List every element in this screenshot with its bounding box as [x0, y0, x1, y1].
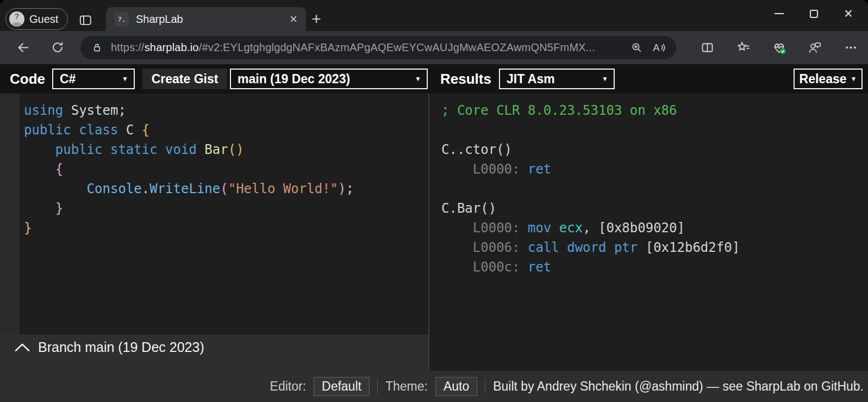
credits-suffix: . [860, 379, 864, 393]
theme-setting-button[interactable]: Auto [435, 377, 477, 396]
code-line: Console.WriteLine("Hello World!"); [24, 179, 428, 199]
credits-separator: — see [703, 379, 746, 393]
results-output[interactable]: ; Core CLR 8.0.23.53103 on x86 C..ctor()… [428, 94, 868, 371]
sharplab-favicon: ?. [115, 12, 129, 26]
results-label: Results [440, 71, 491, 88]
zoom-in-icon[interactable] [630, 41, 644, 54]
code-line [441, 120, 868, 140]
chevron-down-icon: ▼ [602, 75, 608, 83]
sharplab-header: Code C# ▼ Create Gist main (19 Dec 2023)… [0, 64, 868, 94]
chevron-up-icon [14, 343, 30, 352]
favorites-button[interactable] [732, 36, 754, 58]
url-scheme: https:// [111, 41, 145, 53]
code-line [441, 179, 868, 199]
create-gist-button[interactable]: Create Gist [142, 69, 227, 89]
feedback-icon [808, 40, 822, 55]
editor-setting-label: Editor: [270, 379, 306, 394]
profile-button[interactable]: ? Guest [5, 8, 68, 30]
back-button[interactable] [12, 36, 34, 58]
code-line: } [24, 218, 428, 238]
branch-details-expander[interactable]: Branch main (19 Dec 2023) [0, 335, 428, 360]
tab-title: SharpLab [136, 13, 282, 26]
guest-avatar-icon: ? [9, 11, 24, 27]
tab-actions-button[interactable] [76, 11, 95, 29]
split-screen-button[interactable] [696, 36, 718, 58]
language-value: C# [60, 72, 76, 86]
url-path: /#v2:EYLgtghglgdgNAFxBAzmAPgAQEwEYCwAUJg… [199, 41, 595, 53]
chevron-down-icon: ▼ [851, 75, 857, 83]
read-aloud-icon[interactable]: A [652, 40, 666, 55]
tab-actions-icon [78, 13, 92, 27]
browser-essentials-button[interactable] [768, 36, 790, 58]
repo-link[interactable]: SharpLab on GitHub [746, 379, 860, 393]
close-icon: × [844, 7, 853, 21]
credits-prefix: Built by [493, 379, 537, 393]
code-line: C.Bar() [441, 199, 868, 218]
title-bar: ? Guest ?. SharpLab × + × [0, 0, 868, 31]
language-select[interactable]: C# ▼ [52, 69, 135, 89]
maximize-icon [810, 10, 818, 18]
new-tab-button[interactable]: + [308, 10, 325, 28]
branch-select[interactable]: main (19 Dec 2023) ▼ [230, 69, 428, 89]
code-line: L0006: call dword ptr [0x12b6d2f0] [441, 238, 868, 257]
credits: Built by Andrey Shchekin (@ashmind) — se… [493, 379, 864, 394]
code-label: Code [10, 71, 45, 88]
code-line: L0000: ret [441, 159, 868, 179]
close-button[interactable]: × [831, 2, 866, 25]
lock-icon[interactable] [91, 42, 103, 53]
minimize-button[interactable] [761, 2, 796, 25]
code-line: ; Core CLR 8.0.23.53103 on x86 [441, 101, 868, 120]
more-icon [844, 40, 858, 55]
code-line: L0000: mov ecx, [0x8b09020] [441, 218, 868, 238]
code-line: public static void Bar() [24, 140, 428, 159]
chevron-down-icon: ▼ [415, 75, 421, 83]
code-editor-content: using System;public class C { public sta… [20, 94, 428, 238]
footer-divider [485, 379, 485, 394]
browser-window: ? Guest ?. SharpLab × + × [0, 0, 868, 402]
editor-setting-button[interactable]: Default [314, 377, 370, 396]
build-mode-select[interactable]: Release ▼ [794, 69, 863, 89]
browser-toolbar: https://sharplab.io/#v2:EYLgtghglgdgNAFx… [0, 31, 868, 64]
favorites-icon [736, 40, 751, 55]
window-controls: × [761, 2, 866, 25]
profile-label: Guest [29, 13, 58, 26]
refresh-icon [51, 40, 65, 54]
code-editor[interactable]: using System;public class C { public sta… [20, 94, 428, 335]
browser-essentials-icon [771, 40, 787, 55]
branch-bar-label: Branch main (19 Dec 2023) [38, 339, 204, 355]
tab-close-button[interactable]: × [289, 13, 298, 26]
avatar-question-glyph: ? [9, 12, 24, 21]
code-line: L000c: ret [441, 257, 868, 277]
results-mode-select[interactable]: JIT Asm ▼ [499, 69, 615, 89]
refresh-button[interactable] [47, 36, 68, 58]
browser-tab[interactable]: ?. SharpLab × [106, 7, 306, 31]
chevron-down-icon: ▼ [122, 75, 128, 83]
code-line: { [24, 159, 428, 179]
minimize-icon [775, 13, 784, 14]
address-bar[interactable]: https://sharplab.io/#v2:EYLgtghglgdgNAFx… [80, 36, 676, 59]
code-line: public class C { [24, 120, 428, 140]
editor-gutter [0, 94, 20, 335]
feedback-button[interactable] [804, 36, 826, 58]
author-link[interactable]: Andrey Shchekin (@ashmind) [537, 379, 703, 393]
app-footer: Editor: Default Theme: Auto Built by And… [270, 375, 864, 397]
results-output-content: ; Core CLR 8.0.23.53103 on x86 C..ctor()… [429, 94, 868, 277]
code-line: using System; [24, 101, 428, 120]
back-icon [16, 40, 30, 55]
code-line: C..ctor() [441, 140, 868, 159]
url-domain: sharplab.io [145, 41, 199, 53]
more-menu-button[interactable] [840, 36, 861, 58]
theme-setting-label: Theme: [385, 379, 428, 394]
svg-text:A: A [653, 42, 660, 53]
code-line: } [24, 199, 428, 218]
results-mode-value: JIT Asm [507, 72, 555, 86]
maximize-button[interactable] [796, 2, 831, 25]
split-screen-icon [700, 40, 715, 55]
footer-divider [377, 379, 378, 394]
branch-value: main (19 Dec 2023) [238, 72, 350, 86]
build-mode-value: Release [800, 72, 847, 86]
url-text: https://sharplab.io/#v2:EYLgtghglgdgNAFx… [111, 41, 622, 54]
toolbar-icon-group [696, 36, 861, 58]
